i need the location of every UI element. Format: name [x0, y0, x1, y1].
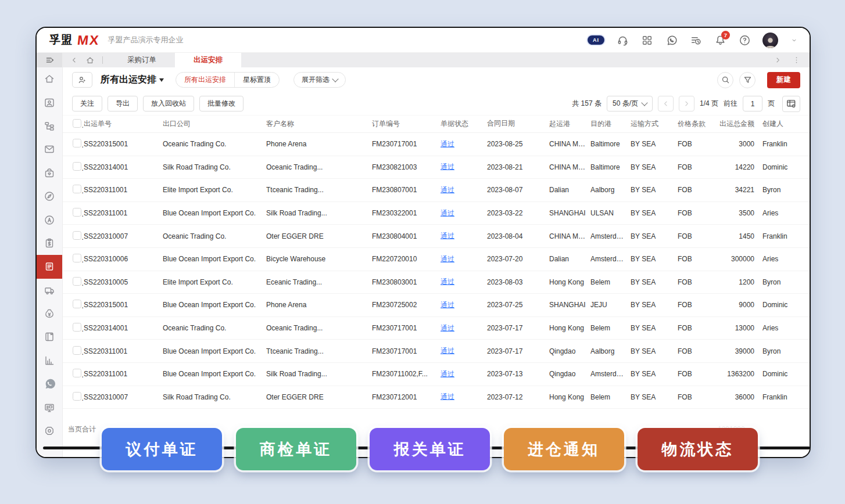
sidebar-item-mail[interactable]	[37, 138, 62, 161]
table-row[interactable]: SS220311001Blue Ocean Import Export Co.S…	[63, 363, 810, 386]
action-button-3[interactable]: 批量修改	[199, 96, 244, 111]
process-button-3[interactable]: 进仓通知	[504, 428, 624, 470]
collapse-menu-icon[interactable]	[37, 53, 62, 67]
sidebar-item-bar-chart[interactable]	[37, 349, 62, 372]
page-size-select[interactable]: 50 条/页	[607, 96, 653, 111]
table-row[interactable]: SS220310006Blue Ocean Import Export Co.B…	[63, 248, 810, 271]
bell-icon[interactable]: 7	[714, 34, 726, 46]
status-link[interactable]: 通过	[441, 209, 454, 217]
col-header-status[interactable]: 单据状态	[441, 119, 487, 129]
tab-scroll-right-icon[interactable]	[771, 54, 784, 67]
sort-icon[interactable]	[518, 121, 521, 129]
user-avatar-menu[interactable]	[762, 33, 778, 48]
sidebar-item-whatsapp-filled[interactable]	[37, 372, 62, 395]
table-row[interactable]: SS220311001Blue Ocean Import Export Co.T…	[63, 340, 810, 363]
table-row[interactable]: SS220314001Silk Road Trading Co.Oceanic …	[63, 156, 810, 179]
sidebar-item-monitor[interactable]	[37, 395, 62, 419]
status-link[interactable]: 通过	[441, 347, 454, 355]
action-button-2[interactable]: 放入回收站	[143, 96, 194, 111]
status-link[interactable]: 通过	[441, 186, 454, 194]
sidebar-item-ledger[interactable]	[37, 325, 62, 348]
sidebar-item-money-bag[interactable]	[37, 302, 62, 325]
headset-icon[interactable]	[616, 34, 629, 46]
sidebar-item-truck[interactable]	[37, 279, 62, 302]
status-link[interactable]: 通过	[441, 324, 454, 332]
sidebar-item-org-chart[interactable]	[37, 114, 62, 138]
process-button-0[interactable]: 议付单证	[102, 428, 222, 470]
home-tab-icon[interactable]	[84, 54, 96, 67]
row-checkbox[interactable]	[73, 277, 81, 286]
help-icon[interactable]	[738, 34, 751, 46]
status-link[interactable]: 通过	[441, 140, 454, 148]
col-header-destination-port[interactable]: 目的港	[590, 119, 631, 129]
segment-0[interactable]: 所有出运安排	[176, 73, 234, 87]
status-link[interactable]: 通过	[441, 370, 454, 378]
app-grid-icon[interactable]	[640, 34, 653, 46]
select-all-checkbox[interactable]	[73, 119, 81, 128]
task-list-icon[interactable]	[689, 34, 702, 46]
table-row[interactable]: SS220311001Blue Ocean Import Export Co.S…	[63, 202, 810, 225]
row-checkbox[interactable]	[73, 139, 81, 147]
col-header-contract-date[interactable]: 合同日期	[487, 118, 549, 129]
col-header-customer[interactable]: 客户名称	[266, 119, 372, 129]
table-row[interactable]: SS220311001Elite Import Export Co.Ttcean…	[63, 179, 810, 202]
tab-purchase-orders[interactable]: 采购订单	[109, 53, 175, 67]
row-checkbox[interactable]	[73, 300, 81, 308]
process-button-4[interactable]: 物流状态	[638, 428, 758, 470]
next-page-button[interactable]	[679, 96, 694, 111]
whatsapp-icon[interactable]	[665, 34, 678, 46]
tab-more-kebab-icon[interactable]	[790, 54, 803, 67]
table-row[interactable]: SS220315001Oceanic Trading Co.Phone Aren…	[63, 133, 810, 156]
segment-1[interactable]: 星标置顶	[234, 73, 279, 87]
action-button-0[interactable]: 关注	[72, 96, 102, 111]
status-link[interactable]: 通过	[441, 255, 454, 263]
sidebar-item-shipping-doc[interactable]	[37, 255, 62, 278]
ai-badge[interactable]: AI	[588, 35, 604, 45]
col-header-export-company[interactable]: 出口公司	[163, 119, 266, 129]
table-row[interactable]: SS220310007Oceanic Trading Co.Oter EGGER…	[63, 225, 810, 248]
table-row[interactable]: SS220310007Silk Road Trading Co.Oter EGG…	[63, 386, 810, 409]
col-header-creator[interactable]: 创建人	[756, 119, 798, 129]
sidebar-item-shopping-bag[interactable]	[37, 161, 62, 185]
row-checkbox[interactable]	[73, 162, 81, 171]
table-row[interactable]: SS220315001Blue Ocean Import Export Co.P…	[63, 294, 810, 317]
sidebar-item-settings[interactable]	[37, 419, 62, 442]
col-header-price-terms[interactable]: 价格条款	[678, 119, 718, 129]
search-button[interactable]	[717, 72, 733, 88]
col-header-shipment-no[interactable]: 出运单号	[84, 119, 163, 129]
sidebar-item-contacts[interactable]	[37, 91, 62, 114]
expand-filter-button[interactable]: 展开筛选	[293, 72, 346, 88]
sidebar-item-compass[interactable]	[37, 185, 62, 208]
table-row[interactable]: SS220314001Oceanic Trading Co.Oceanic Tr…	[63, 317, 810, 340]
action-button-1[interactable]: 导出	[108, 96, 138, 111]
row-checkbox[interactable]	[73, 346, 81, 355]
prev-page-button[interactable]	[658, 96, 674, 111]
row-checkbox[interactable]	[73, 185, 81, 193]
create-button[interactable]: 新建	[767, 72, 800, 88]
process-button-1[interactable]: 商检单证	[236, 428, 356, 470]
row-checkbox[interactable]	[73, 323, 81, 332]
tab-shipment-arrangement[interactable]: 出运安排	[175, 53, 241, 67]
status-link[interactable]: 通过	[441, 278, 454, 286]
col-header-order-no[interactable]: 订单编号	[372, 119, 441, 129]
back-chevron-icon[interactable]	[67, 54, 80, 67]
row-checkbox[interactable]	[73, 254, 81, 262]
status-link[interactable]: 通过	[441, 301, 454, 309]
filter-funnel-button[interactable]	[739, 72, 756, 88]
sidebar-item-circle-a[interactable]	[37, 208, 62, 231]
avatar-chevron-down-icon[interactable]	[790, 34, 798, 46]
column-settings-button[interactable]	[782, 96, 800, 112]
row-checkbox[interactable]	[73, 208, 81, 217]
col-header-transport[interactable]: 运输方式	[631, 119, 678, 129]
col-header-amount[interactable]: 出运总金额	[718, 119, 756, 129]
goto-page-input[interactable]	[743, 96, 762, 111]
sidebar-item-clipboard-dollar[interactable]	[37, 232, 62, 255]
sidebar-item-home[interactable]	[37, 67, 62, 91]
status-link[interactable]: 通过	[441, 163, 454, 171]
status-link[interactable]: 通过	[441, 393, 454, 401]
col-header-departure-port[interactable]: 起运港	[549, 119, 590, 129]
process-button-2[interactable]: 报关单证	[370, 428, 490, 470]
user-filter-button[interactable]	[72, 72, 92, 88]
row-checkbox[interactable]	[73, 392, 81, 401]
status-link[interactable]: 通过	[441, 232, 454, 240]
